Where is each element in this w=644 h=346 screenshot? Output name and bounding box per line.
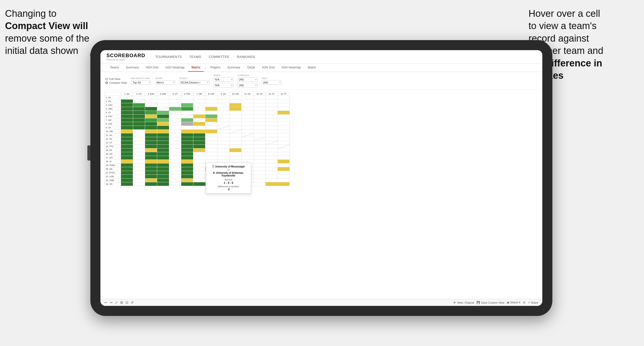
matrix-cell[interactable]	[121, 107, 133, 111]
matrix-cell[interactable]	[121, 130, 133, 133]
undo-button[interactable]: ↩	[104, 301, 107, 304]
matrix-cell[interactable]	[169, 126, 181, 130]
tab-detail-players[interactable]: Detail	[244, 64, 259, 72]
matrix-cell[interactable]	[242, 152, 254, 156]
matrix-cell[interactable]	[157, 167, 169, 171]
matrix-cell[interactable]	[193, 118, 205, 122]
matrix-cell[interactable]	[169, 182, 181, 186]
matrix-cell[interactable]	[121, 148, 133, 152]
matrix-cell[interactable]	[254, 126, 266, 130]
matrix-cell[interactable]	[145, 167, 157, 171]
matrix-cell[interactable]	[217, 148, 229, 152]
matrix-cell[interactable]	[205, 137, 217, 141]
matrix-cell[interactable]	[169, 100, 181, 103]
matrix-cell[interactable]	[217, 115, 229, 118]
matrix-cell[interactable]	[217, 141, 229, 145]
compact-view-radio[interactable]	[105, 81, 108, 84]
matrix-cell[interactable]	[133, 118, 145, 122]
matrix-cell[interactable]	[217, 100, 229, 103]
redo-button[interactable]: ↪	[110, 301, 112, 304]
tab-h2h-heatmap-teams[interactable]: H2H Heatmap	[162, 64, 188, 72]
matrix-cell[interactable]	[254, 111, 266, 115]
matrix-cell[interactable]	[169, 107, 181, 111]
matrix-cell[interactable]	[193, 179, 205, 182]
matrix-cell[interactable]	[169, 122, 181, 126]
matrix-cell[interactable]	[121, 182, 133, 186]
matrix-cell[interactable]	[181, 156, 193, 160]
matrix-cell[interactable]	[278, 111, 290, 115]
matrix-cell[interactable]	[254, 141, 266, 145]
matrix-cell[interactable]	[157, 179, 169, 182]
matrix-cell[interactable]	[157, 160, 169, 163]
matrix-cell[interactable]	[169, 103, 181, 107]
matrix-cell[interactable]	[121, 103, 133, 107]
matrix-cell[interactable]	[121, 141, 133, 145]
matrix-cell[interactable]	[278, 126, 290, 130]
matrix-cell[interactable]	[278, 156, 290, 160]
matrix-cell[interactable]	[242, 137, 254, 141]
matrix-cell[interactable]	[266, 103, 278, 107]
tool1-button[interactable]: ⤢	[115, 301, 118, 304]
matrix-cell[interactable]	[133, 126, 145, 130]
matrix-cell[interactable]	[169, 118, 181, 122]
matrix-cell[interactable]	[278, 118, 290, 122]
matrix-cell[interactable]	[145, 118, 157, 122]
matrix-cell[interactable]	[145, 156, 157, 160]
matrix-cell[interactable]	[145, 133, 157, 137]
matrix-cell[interactable]	[181, 111, 193, 115]
matrix-cell[interactable]	[121, 126, 133, 130]
matrix-cell[interactable]	[169, 141, 181, 145]
matrix-cell[interactable]	[145, 141, 157, 145]
matrix-cell[interactable]	[193, 167, 205, 171]
matrix-cell[interactable]	[157, 182, 169, 186]
matrix-cell[interactable]	[157, 148, 169, 152]
matrix-cell[interactable]	[266, 152, 278, 156]
matrix-cell[interactable]	[181, 141, 193, 145]
matrix-cell[interactable]	[229, 137, 242, 141]
tool2-button[interactable]: ⊞	[120, 301, 123, 304]
matrix-cell[interactable]	[242, 141, 254, 145]
matrix-cell[interactable]	[193, 148, 205, 152]
save-custom-button[interactable]: 💾 Save Custom View	[477, 301, 504, 304]
matrix-cell[interactable]	[157, 111, 169, 115]
matrix-cell[interactable]	[193, 152, 205, 156]
matrix-cell[interactable]	[193, 182, 205, 186]
matrix-cell[interactable]	[193, 130, 205, 133]
matrix-cell[interactable]	[157, 156, 169, 160]
matrix-cell[interactable]	[229, 141, 242, 145]
view-original-button[interactable]: 👁 View: Original	[453, 301, 474, 304]
matrix-cell[interactable]	[157, 171, 169, 175]
matrix-cell[interactable]	[121, 115, 133, 118]
matrix-cell[interactable]	[169, 133, 181, 137]
matrix-cell[interactable]	[133, 171, 145, 175]
matrix-cell[interactable]	[121, 122, 133, 126]
matrix-cell[interactable]	[193, 133, 205, 137]
matrix-cell[interactable]	[254, 130, 266, 133]
matrix-cell[interactable]	[169, 96, 181, 100]
matrix-cell[interactable]	[254, 122, 266, 126]
matrix-cell[interactable]	[181, 122, 193, 126]
matrix-cell[interactable]	[181, 137, 193, 141]
matrix-cell[interactable]	[254, 156, 266, 160]
matrix-cell[interactable]	[121, 163, 133, 167]
matrix-cell[interactable]	[133, 163, 145, 167]
matrix-cell[interactable]	[278, 152, 290, 156]
tab-h2h-grid-players[interactable]: H2H Grid	[259, 64, 278, 72]
matrix-cell[interactable]	[254, 182, 266, 186]
matrix-cell[interactable]	[266, 115, 278, 118]
matrix-cell[interactable]	[145, 100, 157, 103]
matrix-cell[interactable]	[181, 145, 193, 148]
matrix-cell[interactable]	[278, 103, 290, 107]
matrix-cell[interactable]	[254, 145, 266, 148]
matrix-cell[interactable]	[229, 145, 242, 148]
matrix-cell[interactable]	[145, 115, 157, 118]
matrix-cell[interactable]	[157, 115, 169, 118]
matrix-cell[interactable]	[266, 107, 278, 111]
matrix-cell[interactable]	[229, 111, 242, 115]
matrix-cell[interactable]	[229, 148, 242, 152]
matrix-cell[interactable]	[254, 152, 266, 156]
matrix-cell[interactable]	[205, 122, 217, 126]
matrix-cell[interactable]	[266, 148, 278, 152]
matrix-cell[interactable]	[266, 96, 278, 100]
matrix-cell[interactable]	[266, 182, 278, 186]
